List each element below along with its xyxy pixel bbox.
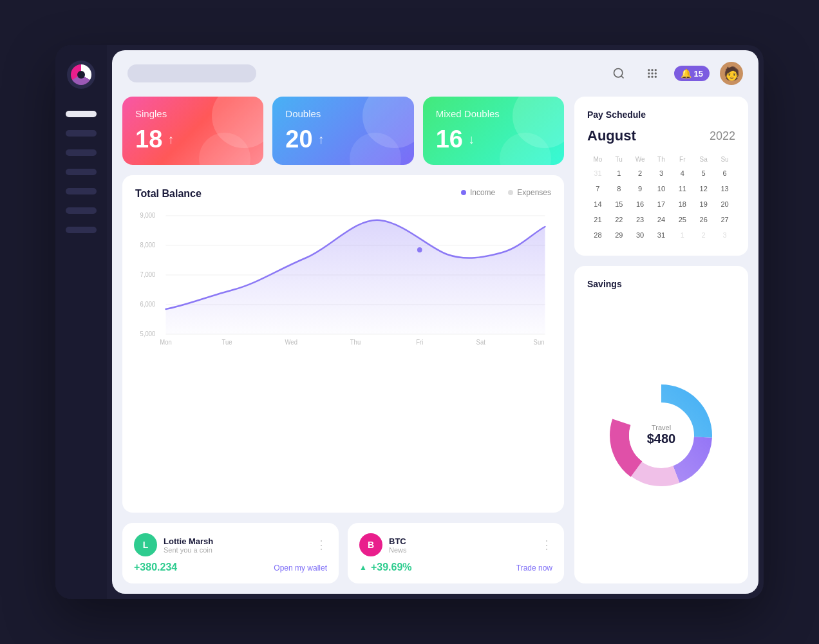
- cal-day[interactable]: 31: [587, 166, 608, 181]
- cal-day[interactable]: 20: [714, 196, 735, 212]
- svg-rect-9: [651, 76, 653, 78]
- cal-day[interactable]: 3: [651, 166, 672, 181]
- logo-inner: [71, 64, 91, 85]
- cal-day[interactable]: 25: [672, 212, 693, 227]
- cal-day[interactable]: 22: [608, 212, 630, 227]
- sidebar-item-5[interactable]: [66, 188, 97, 194]
- pay-schedule-title: Pay Schedule: [587, 109, 735, 120]
- avatar[interactable]: 🧑: [720, 62, 743, 85]
- cal-day[interactable]: 23: [630, 212, 651, 227]
- cal-day[interactable]: 27: [714, 212, 735, 227]
- chart-header: Total Balance Income Expenses: [135, 188, 551, 200]
- btc-more[interactable]: ⋮: [541, 538, 552, 552]
- sidebar-item-3[interactable]: [66, 149, 97, 156]
- cal-day[interactable]: 10: [651, 181, 672, 196]
- svg-text:Fri: Fri: [416, 339, 423, 346]
- svg-point-0: [614, 69, 622, 77]
- lottie-more[interactable]: ⋮: [315, 538, 327, 552]
- sidebar-item-7[interactable]: [66, 227, 97, 233]
- sidebar-item-2[interactable]: [66, 130, 97, 137]
- singles-arrow: ↑: [167, 132, 174, 147]
- mixed-doubles-card[interactable]: Mixed Doubles 16 ↓: [423, 97, 564, 165]
- btc-label: News: [389, 546, 407, 554]
- logo[interactable]: [67, 61, 95, 89]
- cal-day[interactable]: 13: [714, 181, 735, 196]
- content-body: Singles 18 ↑ Doubles 20 ↑: [112, 97, 758, 594]
- cal-day[interactable]: 9: [630, 181, 651, 196]
- cal-day[interactable]: 21: [587, 212, 608, 227]
- transaction-row: L Lottie Marsh Sent you a coin ⋮ +380.23…: [122, 523, 564, 583]
- svg-rect-10: [654, 76, 656, 78]
- cal-day[interactable]: 2: [630, 166, 651, 181]
- svg-text:Wed: Wed: [285, 339, 297, 346]
- btc-action[interactable]: Trade now: [516, 564, 552, 573]
- search-icon[interactable]: [607, 62, 630, 85]
- sidebar-item-4[interactable]: [66, 169, 97, 175]
- right-panel: Pay Schedule August 2022 Mo Tu We Th: [574, 97, 748, 583]
- cal-day[interactable]: 3: [714, 227, 735, 243]
- cal-day[interactable]: 5: [693, 166, 714, 181]
- lottie-name: Lottie Marsh: [164, 536, 213, 546]
- cal-day[interactable]: 6: [714, 166, 735, 181]
- btc-header: B BTC News ⋮: [359, 533, 552, 556]
- cal-day[interactable]: 29: [608, 227, 630, 243]
- singles-title: Singles: [135, 108, 250, 119]
- cal-day[interactable]: 16: [630, 196, 651, 212]
- savings-title: Savings: [587, 279, 735, 289]
- mixed-arrow: ↓: [468, 132, 475, 147]
- svg-text:Sat: Sat: [476, 339, 486, 346]
- svg-text:Thu: Thu: [350, 339, 361, 346]
- svg-rect-6: [651, 73, 653, 75]
- btc-info: BTC News: [389, 536, 407, 554]
- cal-day[interactable]: 30: [630, 227, 651, 243]
- cal-day[interactable]: 8: [608, 181, 630, 196]
- svg-text:Sun: Sun: [534, 339, 545, 346]
- cal-day[interactable]: 14: [587, 196, 608, 212]
- cal-day[interactable]: 1: [672, 227, 693, 243]
- svg-text:6,000: 6,000: [140, 301, 156, 308]
- svg-text:9,000: 9,000: [140, 212, 156, 219]
- cal-day[interactable]: 17: [651, 196, 672, 212]
- grid-icon[interactable]: [641, 62, 664, 85]
- cal-day[interactable]: 28: [587, 227, 608, 243]
- cal-day[interactable]: 24: [651, 212, 672, 227]
- cal-day[interactable]: 15: [608, 196, 630, 212]
- doubles-card[interactable]: Doubles 20 ↑: [272, 97, 413, 165]
- cal-day[interactable]: 1: [608, 166, 630, 181]
- search-bar[interactable]: [127, 64, 256, 82]
- chart-title: Total Balance: [135, 188, 202, 200]
- cal-day[interactable]: 2: [693, 227, 714, 243]
- svg-text:7,000: 7,000: [140, 271, 156, 278]
- svg-text:5,000: 5,000: [140, 330, 156, 337]
- lottie-transaction: L Lottie Marsh Sent you a coin ⋮ +380.23…: [122, 523, 339, 583]
- chart-container: 9,000 8,000 7,000 6,000 5,000: [135, 206, 551, 348]
- btc-name: BTC: [389, 536, 407, 546]
- cal-day[interactable]: 11: [672, 181, 693, 196]
- notification-badge[interactable]: 🔔 15: [674, 66, 710, 81]
- cal-month: August: [587, 128, 636, 144]
- sidebar-item-1[interactable]: [66, 111, 97, 117]
- doubles-arrow: ↑: [318, 132, 325, 147]
- cal-header-tu: Tu: [608, 153, 630, 166]
- expenses-label: Expenses: [517, 188, 551, 197]
- svg-rect-3: [651, 69, 653, 71]
- singles-card[interactable]: Singles 18 ↑: [122, 97, 263, 165]
- cal-day[interactable]: 26: [693, 212, 714, 227]
- sidebar: [55, 45, 107, 599]
- cal-day[interactable]: 4: [672, 166, 693, 181]
- cal-header-fr: Fr: [672, 153, 693, 166]
- svg-rect-2: [648, 69, 650, 71]
- cal-day[interactable]: 12: [693, 181, 714, 196]
- expenses-dot: [508, 190, 513, 195]
- stat-cards: Singles 18 ↑ Doubles 20 ↑: [122, 97, 564, 165]
- sidebar-item-6[interactable]: [66, 207, 97, 214]
- cal-day[interactable]: 31: [651, 227, 672, 243]
- cal-day[interactable]: 7: [587, 181, 608, 196]
- lottie-action[interactable]: Open my wallet: [274, 564, 327, 573]
- cal-week-3: 21 22 23 24 25 26 27: [587, 212, 735, 227]
- main-content: 🔔 15 🧑 Singles 18 ↑: [112, 50, 758, 594]
- btc-amount-row: ▲ +39.69%: [359, 562, 412, 573]
- cal-day[interactable]: 19: [693, 196, 714, 212]
- cal-day[interactable]: 18: [672, 196, 693, 212]
- notification-count: 15: [694, 69, 703, 79]
